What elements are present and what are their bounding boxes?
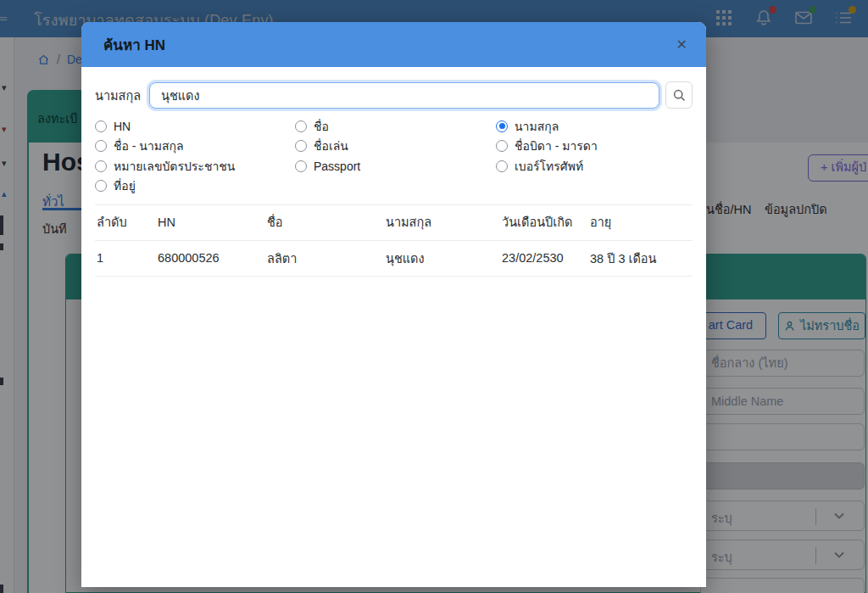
close-icon[interactable]: ✕ bbox=[676, 36, 687, 53]
cell-birthdate: 23/02/2530 bbox=[502, 240, 590, 276]
search-button[interactable] bbox=[665, 81, 693, 109]
table-row[interactable]: 1 680000526 ลลิตา นุชแดง 23/02/2530 38 ป… bbox=[95, 240, 693, 276]
modal-title: ค้นหา HN bbox=[103, 33, 165, 56]
radio-first-name[interactable]: ชื่อ bbox=[295, 118, 496, 134]
screen: ⇐ โรงพยาบาลทดสอบระบบ (Dev Env) ▾ ▾ ▾ ▴ bbox=[0, 0, 868, 593]
radio-circle bbox=[95, 120, 107, 132]
cell-hn: 680000526 bbox=[158, 240, 267, 276]
col-age: อายุ bbox=[590, 204, 693, 240]
search-hn-modal: ค้นหา HN ✕ นามสกุล HN ชื่อ นามสกุล ชื่อ … bbox=[81, 22, 706, 587]
radio-nickname[interactable]: ชื่อเล่น bbox=[295, 138, 496, 154]
radio-circle bbox=[496, 120, 508, 132]
radio-citizen-id[interactable]: หมายเลขบัตรประชาชน bbox=[95, 158, 295, 174]
radio-parent-name[interactable]: ชื่อบิดา - มารดา bbox=[496, 138, 691, 154]
col-first-name: ชื่อ bbox=[267, 204, 386, 240]
radio-address[interactable]: ที่อยู่ bbox=[95, 178, 295, 194]
cell-index: 1 bbox=[95, 240, 158, 276]
col-index: ลำดับ bbox=[95, 204, 158, 240]
table-header-row: ลำดับ HN ชื่อ นามสกุล วันเดือนปีเกิด อาย… bbox=[95, 204, 693, 240]
modal-body: นามสกุล HN ชื่อ นามสกุล ชื่อ - นามสกุล ช… bbox=[81, 67, 706, 277]
search-icon bbox=[672, 88, 687, 103]
radio-passport[interactable]: Passport bbox=[295, 158, 496, 174]
cell-first-name: ลลิตา bbox=[267, 240, 386, 276]
search-input[interactable] bbox=[149, 82, 659, 109]
col-last-name: นามสกุล bbox=[386, 204, 502, 240]
search-label: นามสกุล bbox=[95, 86, 149, 105]
col-hn: HN bbox=[158, 204, 267, 240]
radio-last-name[interactable]: นามสกุล bbox=[496, 118, 691, 134]
radio-phone[interactable]: เบอร์โทรศัพท์ bbox=[496, 158, 691, 174]
radio-circle bbox=[95, 160, 107, 172]
radio-circle bbox=[496, 160, 508, 172]
radio-hn[interactable]: HN bbox=[95, 118, 295, 134]
modal-header: ค้นหา HN ✕ bbox=[81, 22, 706, 67]
col-birthdate: วันเดือนปีเกิด bbox=[502, 204, 590, 240]
radio-circle bbox=[95, 140, 107, 152]
radio-circle bbox=[95, 180, 107, 192]
search-row: นามสกุล bbox=[95, 81, 693, 109]
search-mode-radios: HN ชื่อ นามสกุล ชื่อ - นามสกุล ชื่อเล่น … bbox=[95, 118, 693, 194]
radio-circle bbox=[295, 120, 307, 132]
radio-circle bbox=[295, 140, 307, 152]
search-results-table: ลำดับ HN ชื่อ นามสกุล วันเดือนปีเกิด อาย… bbox=[95, 204, 693, 277]
radio-full-name[interactable]: ชื่อ - นามสกุล bbox=[95, 138, 295, 154]
cell-last-name: นุชแดง bbox=[386, 240, 502, 276]
radio-circle bbox=[295, 160, 307, 172]
radio-circle bbox=[496, 140, 508, 152]
cell-age: 38 ปี 3 เดือน bbox=[590, 240, 693, 276]
